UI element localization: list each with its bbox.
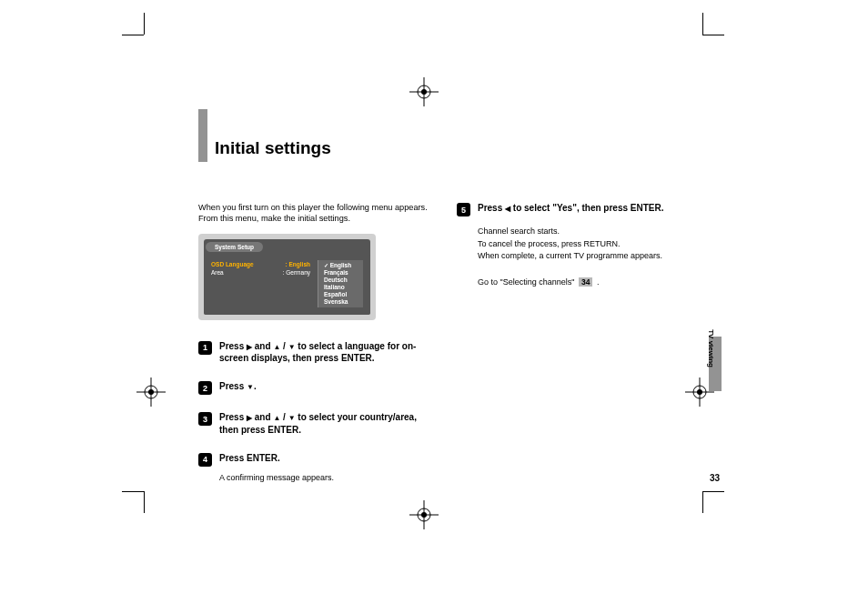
- osd-row-value: : English: [286, 261, 310, 267]
- crop-mark: [144, 491, 145, 513]
- crop-mark: [702, 491, 703, 513]
- text-fragment: Press: [219, 341, 247, 351]
- left-column: When you first turn on this player the f…: [198, 202, 433, 483]
- step-text: Press ◀ to select "Yes", then press ENTE…: [478, 202, 691, 214]
- down-arrow-icon: ▼: [288, 343, 296, 351]
- step-3: 3 Press ▶ and ▲ / ▼ to select your count…: [198, 411, 433, 435]
- step-subtext: When complete, a current TV programme ap…: [478, 250, 691, 263]
- crop-mark: [144, 13, 145, 35]
- down-arrow-icon: ▼: [247, 383, 254, 391]
- right-column: 5 Press ◀ to select "Yes", then press EN…: [457, 202, 691, 483]
- step-number-badge: 4: [198, 453, 212, 467]
- text-fragment: /: [280, 341, 288, 351]
- registration-mark-icon: [136, 377, 166, 407]
- osd-option: Italiano: [324, 284, 358, 291]
- step-5: 5 Press ◀ to select "Yes", then press EN…: [457, 202, 691, 216]
- text-fragment: .: [594, 277, 599, 287]
- step-number-badge: 2: [198, 381, 212, 395]
- text-fragment: and: [252, 412, 273, 422]
- step-number-badge: 5: [457, 203, 470, 216]
- intro-text: When you first turn on this player the f…: [198, 202, 433, 225]
- step-4: 4 Press ENTER.: [198, 452, 433, 467]
- text-fragment: to select "Yes", then press ENTER.: [510, 203, 663, 213]
- osd-option: English: [324, 262, 358, 269]
- osd-row-label: OSD Language: [211, 261, 254, 267]
- osd-language-list: English Français Deutsch Italiano Españo…: [318, 260, 363, 307]
- goto-reference: Go to "Selecting channels" 34 .: [478, 277, 691, 287]
- osd-row-label: Area: [211, 269, 224, 276]
- text-fragment: Press: [219, 412, 247, 422]
- text-fragment: Press: [219, 381, 247, 391]
- step-subtext: A confirming message appears.: [219, 472, 433, 484]
- step-text: Press ENTER.: [219, 452, 433, 464]
- crop-mark: [702, 35, 724, 35]
- step-subtext-block: Channel search starts. To cancel the pro…: [478, 226, 691, 263]
- page-title: Initial settings: [215, 138, 331, 162]
- osd-option: Français: [324, 269, 358, 277]
- osd-row-value: : Germany: [283, 269, 310, 276]
- heading-bar-icon: [198, 109, 207, 162]
- section-tab-label: TV viewing: [707, 329, 715, 367]
- step-2: 2 Press ▼.: [198, 380, 433, 395]
- text-fragment: /: [280, 412, 288, 422]
- page-content: Initial settings When you first turn on …: [198, 109, 694, 483]
- registration-mark-icon: [409, 500, 439, 529]
- step-subtext: To cancel the process, press RETURN.: [478, 238, 691, 251]
- crop-mark: [122, 491, 144, 492]
- text-fragment: and: [252, 341, 273, 351]
- step-1: 1 Press ▶ and ▲ / ▼ to select a language…: [198, 340, 433, 364]
- step-text: Press ▼.: [219, 380, 433, 392]
- text-fragment: .: [254, 381, 257, 391]
- step-number-badge: 3: [198, 412, 212, 426]
- osd-tab: System Setup: [206, 242, 263, 252]
- osd-option: Svenska: [324, 298, 358, 306]
- osd-settings-rows: OSD Language : English Area : Germany: [211, 260, 310, 307]
- registration-mark-icon: [409, 77, 439, 106]
- step-text: Press ▶ and ▲ / ▼ to select your country…: [219, 411, 433, 435]
- text-fragment: Press: [478, 203, 505, 213]
- osd-screenshot: System Setup OSD Language : English Area…: [198, 234, 376, 320]
- down-arrow-icon: ▼: [288, 414, 296, 422]
- osd-option: Deutsch: [324, 277, 358, 284]
- step-subtext: Channel search starts.: [478, 226, 691, 238]
- osd-option: Español: [324, 291, 358, 298]
- page-reference-badge: 34: [579, 277, 592, 287]
- page-number: 33: [710, 473, 720, 483]
- heading-block: Initial settings: [198, 109, 694, 162]
- crop-mark: [122, 35, 144, 35]
- text-fragment: Go to "Selecting channels": [478, 277, 577, 287]
- crop-mark: [702, 13, 703, 35]
- step-number-badge: 1: [198, 341, 212, 355]
- crop-mark: [702, 491, 724, 492]
- step-text: Press ▶ and ▲ / ▼ to select a language f…: [219, 340, 433, 364]
